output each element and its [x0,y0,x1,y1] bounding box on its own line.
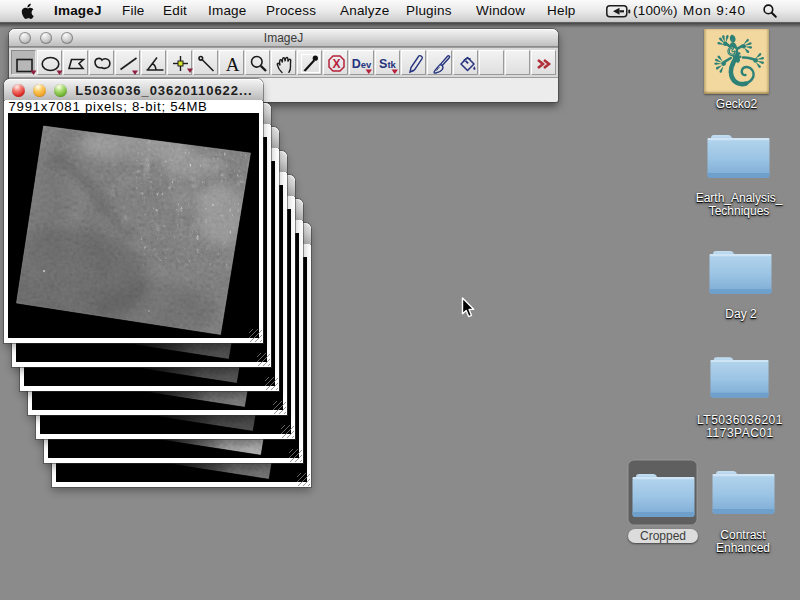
svg-text:X: X [332,57,340,71]
svg-text:A: A [225,54,239,75]
svg-text:Dev: Dev [351,57,371,71]
svg-text:Stk: Stk [379,57,397,71]
